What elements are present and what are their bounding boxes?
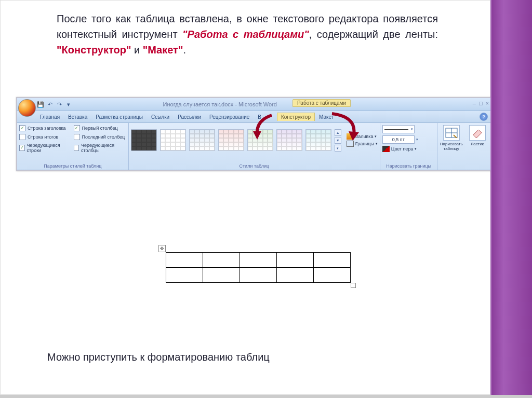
group-opts-label: Параметры стилей таблиц: [19, 163, 126, 170]
minimize-icon[interactable]: –: [473, 100, 476, 106]
chk-banded-rows[interactable]: ✓Чередующиеся строки: [19, 143, 69, 153]
chk-total-row[interactable]: Строка итогов: [19, 134, 69, 140]
style-swatch-5[interactable]: [247, 129, 273, 151]
example-table[interactable]: [166, 252, 351, 283]
group-draw-borders: ▾ 0,5 пт ▾ Цвет пера ▾ Нарисовать границ…: [380, 123, 438, 170]
maximize-icon[interactable]: □: [479, 100, 483, 106]
line-style-dropdown[interactable]: ▾: [382, 125, 435, 133]
group-draw-table: Нарисовать таблицу Ластик: [437, 123, 491, 170]
example-table-wrap: ✥: [166, 252, 351, 283]
style-swatch-1[interactable]: [131, 129, 157, 151]
table-resize-handle-icon[interactable]: [351, 283, 356, 288]
tab-home[interactable]: Главная: [36, 113, 64, 121]
pen-icon: [382, 146, 390, 152]
document-title: Иногда случается так.docx - Microsoft Wo…: [163, 101, 277, 107]
eraser-button[interactable]: Ластик: [466, 125, 489, 157]
chk-last-col[interactable]: Последний столбец: [74, 134, 126, 140]
decorative-stripe: [490, 0, 532, 395]
scroll-up-icon[interactable]: ▲: [335, 129, 341, 136]
eraser-icon: [469, 125, 486, 141]
window-controls: – □ ×: [473, 100, 489, 106]
group-draw-label: [440, 163, 489, 170]
office-button[interactable]: [18, 99, 36, 117]
ribbon-tabs: Главная Вставка Разметка страницы Ссылки…: [17, 111, 491, 123]
tab-insert[interactable]: Вставка: [64, 113, 91, 121]
borders-icon: [347, 141, 354, 147]
style-swatch-6[interactable]: [276, 129, 302, 151]
group-table-styles: ▲ ▼ ▾ Заливка ▾ Границы ▾: [129, 123, 380, 170]
chk-banded-cols[interactable]: Чередующиеся столбцы: [74, 143, 126, 153]
para-highlight2: "Конструктор": [57, 44, 131, 56]
titlebar: 💾 ↶ ↷ ▾ Иногда случается так.docx - Micr…: [17, 98, 491, 111]
tab-references[interactable]: Ссылки: [147, 113, 174, 121]
svg-marker-4: [473, 130, 482, 138]
undo-icon[interactable]: ↶: [46, 101, 54, 108]
qat-dropdown-icon[interactable]: ▾: [65, 101, 72, 108]
help-icon[interactable]: ?: [480, 113, 488, 121]
context-tool-tab: Работа с таблицами: [292, 99, 351, 107]
group-lines-label: Нарисовать границы: [382, 163, 435, 170]
ribbon-body: ✓Строка заголовка Строка итогов ✓Чередую…: [17, 123, 491, 170]
word-ribbon-screenshot: 💾 ↶ ↷ ▾ Иногда случается так.docx - Micr…: [16, 97, 492, 171]
style-swatch-3[interactable]: [189, 129, 215, 151]
para-highlight1: "Работа с таблицами": [182, 29, 309, 40]
style-gallery-scroll[interactable]: ▲ ▼ ▾: [335, 129, 341, 152]
borders-button[interactable]: Границы ▾: [347, 141, 378, 147]
para-highlight3: "Макет": [143, 44, 183, 56]
para-part2: , содержащий две ленты:: [309, 29, 438, 40]
tab-design[interactable]: Конструктор: [277, 113, 315, 121]
quick-access-toolbar: 💾 ↶ ↷ ▾: [37, 101, 72, 108]
tab-table-layout[interactable]: Макет: [315, 113, 338, 121]
bottom-line: Можно приступить к форматированию таблиц: [47, 351, 270, 363]
tab-mailings[interactable]: Рассылки: [174, 113, 205, 121]
chk-header-row[interactable]: ✓Строка заголовка: [19, 125, 69, 131]
save-icon[interactable]: 💾: [37, 101, 44, 108]
redo-icon[interactable]: ↷: [56, 101, 63, 108]
pen-color-button[interactable]: Цвет пера ▾: [382, 146, 435, 152]
style-swatch-7[interactable]: [305, 129, 331, 151]
gallery-expand-icon[interactable]: ▾: [335, 145, 341, 152]
group-table-style-options: ✓Строка заголовка Строка итогов ✓Чередую…: [17, 123, 129, 170]
line-weight-dropdown[interactable]: 0,5 пт ▾: [382, 135, 435, 144]
draw-table-button[interactable]: Нарисовать таблицу: [440, 125, 463, 157]
chk-first-col[interactable]: ✓Первый столбец: [74, 125, 126, 131]
table-move-handle-icon[interactable]: ✥: [158, 245, 166, 252]
style-swatch-4[interactable]: [218, 129, 244, 151]
style-side-buttons: Заливка ▾ Границы ▾: [347, 133, 378, 147]
para-part4: .: [183, 44, 186, 56]
bucket-icon: [347, 133, 354, 140]
main-paragraph: После того как таблица вставлена, в окне…: [57, 11, 438, 58]
tab-page-layout[interactable]: Разметка страницы: [91, 113, 147, 121]
scroll-down-icon[interactable]: ▼: [335, 137, 341, 144]
tab-view[interactable]: В: [254, 113, 265, 121]
group-styles-label: Стили таблиц: [131, 163, 378, 170]
draw-table-icon: [443, 125, 460, 141]
close-icon[interactable]: ×: [486, 100, 489, 106]
style-swatch-2[interactable]: [160, 129, 186, 151]
tab-review[interactable]: Рецензирование: [205, 113, 254, 121]
para-part3: и: [131, 44, 142, 56]
slide-body: После того как таблица вставлена, в окне…: [0, 0, 490, 395]
bottom-edge: [0, 395, 532, 398]
fill-button[interactable]: Заливка ▾: [347, 133, 378, 140]
